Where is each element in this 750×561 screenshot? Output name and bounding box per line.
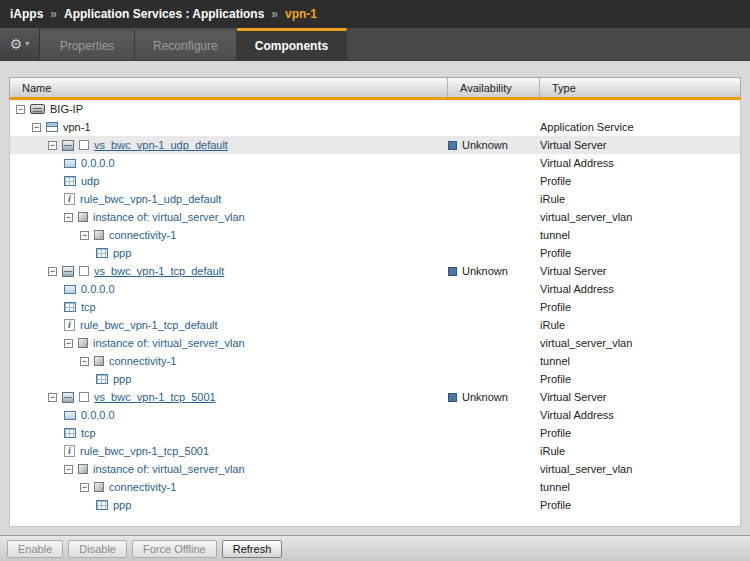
settings-menu-button[interactable]: ⚙ ▾	[0, 28, 40, 60]
row-label[interactable]: connectivity-1	[109, 355, 176, 367]
table-row[interactable]: −vs_bwc_vpn-1_udp_defaultUnknownVirtual …	[10, 136, 740, 154]
row-label[interactable]: vs_bwc_vpn-1_tcp_5001	[94, 391, 216, 403]
availability-cell	[448, 118, 540, 136]
table-row[interactable]: 0.0.0.0Virtual Address	[10, 406, 740, 424]
virtual-address-icon	[64, 411, 76, 420]
footer-toolbar: EnableDisableForce OfflineRefresh	[0, 535, 750, 561]
collapse-icon[interactable]: −	[80, 483, 89, 492]
type-cell: tunnel	[540, 478, 740, 496]
row-label[interactable]: connectivity-1	[109, 481, 176, 493]
collapse-icon[interactable]: −	[64, 339, 73, 348]
name-cell: ppp	[10, 370, 448, 388]
collapse-icon[interactable]: −	[32, 123, 41, 132]
tunnel-icon	[94, 230, 104, 240]
table-row[interactable]: 0.0.0.0Virtual Address	[10, 280, 740, 298]
type-cell: Profile	[540, 424, 740, 442]
availability-text: Unknown	[462, 391, 508, 403]
table-row[interactable]: −connectivity-1tunnel	[10, 352, 740, 370]
collapse-icon[interactable]: −	[48, 141, 57, 150]
vlan-icon	[78, 338, 88, 348]
row-checkbox[interactable]	[79, 140, 89, 150]
name-cell: −instance of: virtual_server_vlan	[10, 208, 448, 226]
collapse-icon[interactable]: −	[80, 231, 89, 240]
table-row[interactable]: rule_bwc_vpn-1_udp_defaultiRule	[10, 190, 740, 208]
table-row[interactable]: −vpn-1Application Service	[10, 118, 740, 136]
row-label[interactable]: connectivity-1	[109, 229, 176, 241]
row-label[interactable]: vs_bwc_vpn-1_udp_default	[94, 139, 228, 151]
availability-cell	[448, 460, 540, 478]
collapse-icon[interactable]: −	[16, 105, 25, 114]
table-row[interactable]: pppProfile	[10, 370, 740, 388]
table-row[interactable]: −vs_bwc_vpn-1_tcp_5001UnknownVirtual Ser…	[10, 388, 740, 406]
row-label[interactable]: rule_bwc_vpn-1_udp_default	[80, 193, 221, 205]
table-row[interactable]: −BIG-IP	[10, 100, 740, 118]
table-row[interactable]: −instance of: virtual_server_vlanvirtual…	[10, 208, 740, 226]
tab-reconfigure[interactable]: Reconfigure	[135, 28, 237, 60]
table-row[interactable]: rule_bwc_vpn-1_tcp_5001iRule	[10, 442, 740, 460]
row-label[interactable]: instance of: virtual_server_vlan	[93, 463, 245, 475]
availability-cell	[448, 172, 540, 190]
collapse-icon[interactable]: −	[48, 267, 57, 276]
table-row[interactable]: pppProfile	[10, 244, 740, 262]
collapse-icon[interactable]: −	[48, 393, 57, 402]
row-checkbox[interactable]	[79, 266, 89, 276]
table-row[interactable]: −instance of: virtual_server_vlanvirtual…	[10, 334, 740, 352]
type-cell: Profile	[540, 244, 740, 262]
profile-icon	[96, 248, 108, 258]
row-label[interactable]: rule_bwc_vpn-1_tcp_default	[80, 319, 218, 331]
row-label[interactable]: vs_bwc_vpn-1_tcp_default	[94, 265, 224, 277]
breadcrumb-section[interactable]: iApps	[10, 7, 43, 21]
disable-button[interactable]: Disable	[68, 540, 127, 558]
table-row[interactable]: −vs_bwc_vpn-1_tcp_defaultUnknownVirtual …	[10, 262, 740, 280]
availability-unknown-icon	[448, 267, 457, 276]
row-label[interactable]: ppp	[113, 373, 131, 385]
type-cell: virtual_server_vlan	[540, 460, 740, 478]
collapse-icon[interactable]: −	[64, 465, 73, 474]
table-row[interactable]: tcpProfile	[10, 298, 740, 316]
type-cell: Virtual Server	[540, 262, 740, 280]
collapse-icon[interactable]: −	[64, 213, 73, 222]
enable-button[interactable]: Enable	[7, 540, 63, 558]
breadcrumb-separator-icon: »	[50, 7, 57, 21]
row-label[interactable]: ppp	[113, 247, 131, 259]
type-cell: Virtual Server	[540, 136, 740, 154]
row-label[interactable]: tcp	[81, 427, 96, 439]
tab-components[interactable]: Components	[237, 28, 347, 60]
table-row[interactable]: −connectivity-1tunnel	[10, 478, 740, 496]
bigip-device-icon	[30, 104, 45, 114]
row-label[interactable]: tcp	[81, 301, 96, 313]
table-row[interactable]: rule_bwc_vpn-1_tcp_defaultiRule	[10, 316, 740, 334]
name-cell: −connectivity-1	[10, 226, 448, 244]
table-row[interactable]: 0.0.0.0Virtual Address	[10, 154, 740, 172]
row-label[interactable]: instance of: virtual_server_vlan	[93, 337, 245, 349]
row-label[interactable]: 0.0.0.0	[81, 283, 115, 295]
breadcrumb-path[interactable]: Application Services : Applications	[64, 7, 264, 21]
type-cell: Virtual Server	[540, 388, 740, 406]
gear-icon: ⚙	[10, 37, 23, 51]
type-cell: Virtual Address	[540, 280, 740, 298]
tunnel-icon	[94, 482, 104, 492]
table-row[interactable]: udpProfile	[10, 172, 740, 190]
table-row[interactable]: pppProfile	[10, 496, 740, 514]
row-label[interactable]: 0.0.0.0	[81, 409, 115, 421]
row-label[interactable]: ppp	[113, 499, 131, 511]
tab-properties[interactable]: Properties	[40, 28, 135, 60]
table-row[interactable]: −connectivity-1tunnel	[10, 226, 740, 244]
refresh-button[interactable]: Refresh	[222, 540, 283, 558]
row-checkbox[interactable]	[79, 392, 89, 402]
name-cell: −instance of: virtual_server_vlan	[10, 460, 448, 478]
row-label[interactable]: udp	[81, 175, 99, 187]
row-label[interactable]: instance of: virtual_server_vlan	[93, 211, 245, 223]
collapse-icon[interactable]: −	[80, 357, 89, 366]
name-cell: −BIG-IP	[10, 100, 448, 118]
row-label[interactable]: rule_bwc_vpn-1_tcp_5001	[80, 445, 209, 457]
force-offline-button[interactable]: Force Offline	[132, 540, 217, 558]
name-cell: −vs_bwc_vpn-1_tcp_5001	[10, 388, 448, 406]
availability-cell	[448, 496, 540, 514]
virtual-address-icon	[64, 159, 76, 168]
row-label[interactable]: 0.0.0.0	[81, 157, 115, 169]
table-row[interactable]: tcpProfile	[10, 424, 740, 442]
availability-cell	[448, 208, 540, 226]
availability-cell	[448, 100, 540, 118]
table-row[interactable]: −instance of: virtual_server_vlanvirtual…	[10, 460, 740, 478]
